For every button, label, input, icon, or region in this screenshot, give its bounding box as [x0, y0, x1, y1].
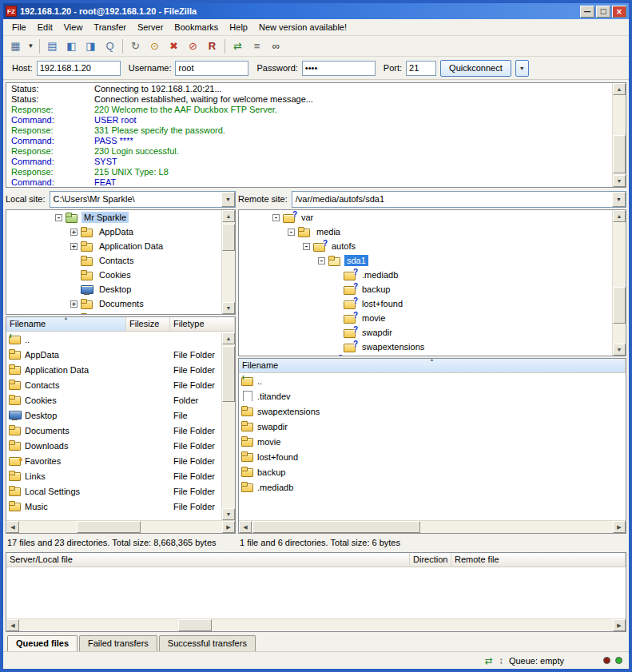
tree-item[interactable]: - sda1	[239, 253, 611, 268]
toggle-remote-tree-icon[interactable]: ◨	[81, 38, 100, 55]
scroll-up-icon[interactable]: ▲	[222, 332, 235, 344]
log-vertical-scrollbar[interactable]: ▲ ▼	[612, 83, 626, 187]
menu-bookmarks[interactable]: Bookmarks	[169, 20, 224, 34]
quickconnect-dropdown-icon[interactable]: ▼	[515, 60, 529, 77]
combo-dropdown-icon[interactable]: ▼	[612, 192, 626, 207]
scroll-right-icon[interactable]: ▶	[613, 619, 626, 631]
close-button[interactable]: ×	[612, 6, 626, 18]
table-row[interactable]: ..	[239, 373, 612, 388]
scrollbar-thumb[interactable]	[222, 346, 235, 402]
tree-expander-icon[interactable]: -	[288, 229, 295, 236]
scroll-left-icon[interactable]: ◀	[6, 619, 19, 631]
tree-expander-icon[interactable]: +	[70, 315, 78, 316]
username-input[interactable]	[175, 61, 248, 76]
local-list-vertical-scrollbar[interactable]: ▲ ▼	[221, 332, 235, 520]
tree-item[interactable]: Desktop	[6, 282, 221, 296]
table-row[interactable]: AppData File Folder	[6, 347, 221, 362]
tree-item[interactable]: + Downloads	[6, 311, 221, 315]
menu-file[interactable]: File	[6, 20, 32, 34]
tree-item[interactable]: movie	[239, 311, 611, 325]
tree-item[interactable]: lost+found	[239, 296, 611, 311]
tree-item[interactable]: Contacts	[6, 253, 221, 268]
tree-expander-icon[interactable]: -	[272, 214, 280, 221]
scrollbar-thumb[interactable]	[222, 224, 235, 251]
table-row[interactable]: .mediadb	[239, 479, 612, 495]
tree-expander-icon[interactable]: -	[318, 257, 325, 264]
toggle-queue-icon[interactable]: Q	[101, 38, 119, 55]
disconnect-icon[interactable]: ⊘	[184, 38, 202, 55]
menu-help[interactable]: Help	[224, 20, 253, 34]
titlebar[interactable]: FZ 192.168.1.20 - root@192.168.1.20 - Fi…	[3, 3, 629, 19]
table-row[interactable]: Local Settings File Folder	[6, 483, 221, 499]
directory-comparison-icon[interactable]: ≡	[248, 38, 266, 55]
table-row[interactable]: Downloads File Folder	[6, 438, 221, 453]
tree-item[interactable]: - autofs	[239, 239, 611, 253]
quickconnect-button[interactable]: Quickconnect	[440, 60, 511, 77]
remote-tree-vertical-scrollbar[interactable]: ▲ ▼	[612, 210, 626, 356]
table-row[interactable]: Music File Folder	[6, 499, 221, 514]
tree-expander-icon[interactable]: -	[303, 243, 310, 250]
scroll-up-icon[interactable]: ▲	[222, 210, 235, 222]
reconnect-icon[interactable]: R	[203, 38, 221, 55]
table-row[interactable]: backup	[239, 464, 612, 479]
tree-item[interactable]: + Application Data	[6, 239, 221, 253]
port-input[interactable]	[406, 61, 436, 76]
table-row[interactable]: Documents File Folder	[6, 423, 221, 438]
tree-item[interactable]: swapdir	[239, 325, 611, 340]
column-header-filename[interactable]: ▲ Filename	[239, 359, 626, 372]
scroll-left-icon[interactable]: ◀	[239, 521, 252, 533]
table-row[interactable]: movie	[239, 434, 612, 449]
table-row[interactable]: Cookies Folder	[6, 392, 221, 408]
combo-dropdown-icon[interactable]: ▼	[221, 192, 235, 207]
scrollbar-thumb[interactable]	[252, 521, 420, 533]
scroll-right-icon[interactable]: ▶	[222, 521, 235, 533]
scroll-right-icon[interactable]: ▶	[613, 521, 626, 533]
site-manager-icon[interactable]: ▦	[6, 38, 25, 55]
local-tree-vertical-scrollbar[interactable]: ▲ ▼	[221, 210, 235, 314]
scroll-down-icon[interactable]: ▼	[222, 508, 235, 520]
toggle-message-log-icon[interactable]: ▤	[43, 38, 62, 55]
column-header-filetype[interactable]: Filetype	[170, 317, 235, 331]
tree-item[interactable]: - Mr Sparkle	[6, 210, 221, 225]
scrollbar-thumb[interactable]	[178, 619, 212, 631]
tree-item[interactable]: Cookies	[6, 268, 221, 282]
tree-item[interactable]: + AppData	[6, 225, 221, 239]
remote-list-horizontal-scrollbar[interactable]: ◀ ▶	[239, 520, 626, 533]
speed-limit-icon[interactable]: ↕	[499, 656, 503, 666]
column-header-server-local-file[interactable]: Server/Local file	[6, 553, 410, 567]
scroll-up-icon[interactable]: ▲	[613, 210, 626, 222]
scrollbar-thumb[interactable]	[613, 287, 626, 324]
synchronized-browsing-icon[interactable]: ⇄	[229, 38, 247, 55]
tree-expander-icon[interactable]: +	[70, 300, 78, 308]
refresh-icon[interactable]: ↻	[126, 38, 145, 55]
local-list-horizontal-scrollbar[interactable]: ◀ ▶	[6, 520, 235, 533]
local-site-combobox[interactable]: C:\Users\Mr Sparkle\ ▼	[50, 191, 236, 208]
minimize-button[interactable]: —	[580, 6, 594, 18]
table-row[interactable]: swapextensions	[239, 404, 612, 419]
column-header-filesize[interactable]: Filesize	[126, 317, 170, 331]
column-header-filename[interactable]: ▲ Filename	[6, 317, 126, 331]
tab-successful-transfers[interactable]: Successful transfers	[159, 635, 256, 651]
table-row[interactable]: Favorites File Folder	[6, 453, 221, 468]
password-input[interactable]	[302, 61, 376, 76]
queue-horizontal-scrollbar[interactable]: ◀ ▶	[6, 618, 626, 631]
sync-arrows-icon[interactable]: ⇄	[485, 656, 493, 666]
scroll-down-icon[interactable]: ▼	[613, 344, 626, 356]
tab-queued-files[interactable]: Queued files	[7, 635, 78, 651]
site-manager-dropdown-icon[interactable]: ▼	[26, 38, 36, 55]
table-row[interactable]: lost+found	[239, 449, 612, 464]
table-row[interactable]: .titandev	[239, 388, 612, 404]
scroll-up-icon[interactable]: ▲	[613, 83, 626, 95]
tree-expander-icon[interactable]: -	[55, 214, 62, 221]
tree-item[interactable]: dvd	[239, 354, 611, 356]
scroll-left-icon[interactable]: ◀	[6, 521, 19, 533]
remote-site-combobox[interactable]: /var/media/autofs/sda1 ▼	[292, 191, 626, 208]
tree-expander-icon[interactable]: +	[70, 229, 78, 236]
tree-item[interactable]: - var	[239, 210, 611, 225]
table-row[interactable]: ..	[6, 332, 221, 347]
column-header-direction[interactable]: Direction	[410, 553, 451, 567]
table-row[interactable]: Contacts File Folder	[6, 377, 221, 392]
table-row[interactable]: swapdir	[239, 419, 612, 434]
tree-item[interactable]: backup	[239, 282, 611, 296]
tree-item[interactable]: - media	[239, 225, 611, 239]
